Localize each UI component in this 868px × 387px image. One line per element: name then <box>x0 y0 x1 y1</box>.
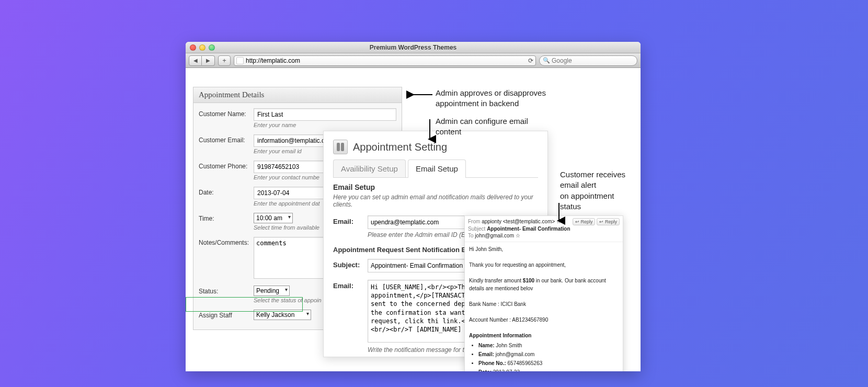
email-preview: From appionty <test@templatic.com> ☆ Sub… <box>464 215 623 371</box>
callout-customer-email: Customer receivesemail alerton appointme… <box>560 169 625 212</box>
address-bar[interactable]: ⟳ <box>234 55 536 66</box>
reply-button[interactable]: ↩ Reply <box>573 218 596 225</box>
reload-icon[interactable]: ⟳ <box>528 57 533 64</box>
status-select[interactable]: Pending <box>254 286 290 296</box>
customer-phone-label: Customer Phone: <box>199 161 254 186</box>
window-titlebar: Premium WordPress Themes <box>186 42 641 53</box>
window-title: Premium WordPress Themes <box>186 44 641 51</box>
tab-availability[interactable]: Availibility Setup <box>333 160 406 177</box>
admin-email-label: Email: <box>333 215 368 229</box>
new-tab-button[interactable]: + <box>218 55 231 66</box>
section-subtitle: Here you can set up admin email and noti… <box>333 194 538 208</box>
search-bar[interactable]: 🔍 <box>539 55 637 66</box>
status-label: Status: <box>199 286 254 309</box>
time-select[interactable]: 10:00 am <box>254 213 293 223</box>
customer-email-label: Customer Email: <box>199 134 254 160</box>
tab-email-setup[interactable]: Email Setup <box>408 160 466 177</box>
subject-label: Subject: <box>333 259 368 272</box>
body-label: Email: <box>333 280 368 344</box>
staff-label: Assign Staff <box>199 310 254 320</box>
notes-label: Notes/Comments: <box>199 237 254 280</box>
browser-window: Premium WordPress Themes ◀ ▶ + ⟳ 🔍 Appoi… <box>186 42 641 371</box>
time-label: Time: <box>199 213 254 236</box>
panel-title: Appointment Details <box>193 87 402 103</box>
arrow-down-icon <box>555 202 563 225</box>
settings-icon <box>333 140 348 154</box>
page-icon <box>236 57 244 64</box>
customer-name-hint: Enter your name <box>254 122 396 128</box>
reply-all-button[interactable]: ↩ Reply <box>597 218 620 225</box>
callout-admin-approve: Admin approves or disapprovesappointment… <box>436 88 546 109</box>
forward-button[interactable]: ▶ <box>202 55 215 66</box>
section-title: Email Setup <box>333 183 538 191</box>
search-icon: 🔍 <box>543 57 550 64</box>
customer-name-input[interactable] <box>254 108 396 121</box>
url-input[interactable] <box>246 57 526 64</box>
back-button[interactable]: ◀ <box>189 55 202 66</box>
arrow-icon <box>409 91 433 100</box>
callout-configure-email: Admin can configure emailcontent <box>436 116 528 138</box>
page-content: Appointment Details Customer Name: Enter… <box>186 68 641 371</box>
email-body: Hi John Smith, Thank you for requesting … <box>465 242 623 372</box>
search-input[interactable] <box>552 57 634 64</box>
staff-select[interactable]: Kelly Jackson <box>254 310 311 320</box>
date-label: Date: <box>199 187 254 212</box>
browser-toolbar: ◀ ▶ + ⟳ 🔍 <box>186 53 641 68</box>
arrow-down-icon <box>426 118 433 144</box>
customer-name-label: Customer Name: <box>199 108 254 133</box>
